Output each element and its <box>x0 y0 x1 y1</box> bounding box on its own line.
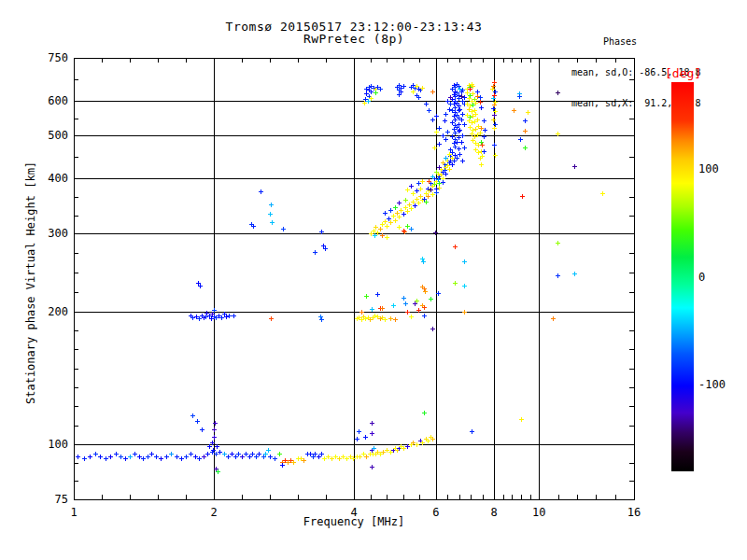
x-axis-title: Frequency [MHz] <box>74 515 634 528</box>
svg-text:500: 500 <box>48 129 68 142</box>
svg-text:400: 400 <box>48 172 68 185</box>
svg-text:750: 750 <box>48 51 68 64</box>
svg-text:600: 600 <box>48 94 68 107</box>
svg-text:75: 75 <box>55 493 68 506</box>
svg-text:300: 300 <box>48 227 68 240</box>
colorbar-tick-label: -100 <box>698 378 726 391</box>
colorbar <box>671 82 694 471</box>
ionogram-screen: Tromsø 20150517 23:12:00-23:13:43 RwPret… <box>0 0 747 560</box>
colorbar-unit-label: [deg] <box>665 66 701 80</box>
colorbar-tick-label: 0 <box>698 271 705 284</box>
svg-text:200: 200 <box>48 305 68 318</box>
svg-text:100: 100 <box>48 438 68 451</box>
scatter-plot: 12468101675100200300400500600750 <box>0 0 747 560</box>
colorbar-tick-label: 100 <box>698 162 719 175</box>
y-axis-title: Stationary phase Virtual Height [km] <box>24 129 37 437</box>
